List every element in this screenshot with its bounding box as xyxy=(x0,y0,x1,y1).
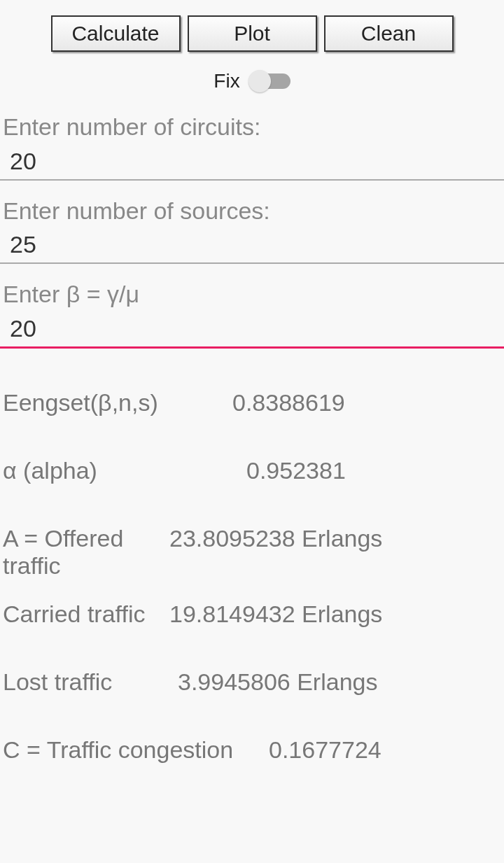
sources-group: Enter number of sources: xyxy=(0,190,504,272)
eengset-label: Eengset(β,n,s) xyxy=(3,389,169,416)
button-row: Calculate Plot Clean xyxy=(0,0,504,57)
alpha-row: α (alpha) 0.952381 xyxy=(0,457,504,484)
congestion-label: C = Traffic congestion xyxy=(3,736,269,764)
sources-input[interactable] xyxy=(0,227,504,264)
offered-value: 23.8095238 Erlangs xyxy=(169,525,501,552)
fix-label: Fix xyxy=(214,70,239,92)
carried-row: Carried traffic 19.8149432 Erlangs xyxy=(0,601,504,628)
lost-row: Lost traffic 3.9945806 Erlangs xyxy=(0,668,504,696)
beta-label: Enter β = γ/μ xyxy=(0,274,504,311)
beta-group: Enter β = γ/μ xyxy=(0,274,504,356)
carried-label: Carried traffic xyxy=(3,601,169,628)
offered-label: A = Offered traffic xyxy=(3,525,169,580)
alpha-value: 0.952381 xyxy=(169,457,501,484)
eengset-row: Eengset(β,n,s) 0.8388619 xyxy=(0,389,504,416)
carried-value: 19.8149432 Erlangs xyxy=(169,601,501,628)
circuits-input[interactable] xyxy=(0,143,504,181)
lost-value: 3.9945806 Erlangs xyxy=(169,668,501,696)
eengset-value: 0.8388619 xyxy=(169,389,501,416)
plot-button[interactable]: Plot xyxy=(188,15,317,52)
sources-label: Enter number of sources: xyxy=(0,190,504,227)
fix-toggle[interactable] xyxy=(248,71,290,91)
congestion-value: 0.1677724 xyxy=(269,736,501,764)
circuits-label: Enter number of circuits: xyxy=(0,106,504,143)
clean-button[interactable]: Clean xyxy=(324,15,454,52)
toggle-thumb xyxy=(248,70,271,92)
beta-input[interactable] xyxy=(0,311,504,349)
offered-row: A = Offered traffic 23.8095238 Erlangs xyxy=(0,525,504,580)
circuits-group: Enter number of circuits: xyxy=(0,106,504,188)
calculate-button[interactable]: Calculate xyxy=(51,15,181,52)
results-section: Eengset(β,n,s) 0.8388619 α (alpha) 0.952… xyxy=(0,358,504,764)
congestion-row: C = Traffic congestion 0.1677724 xyxy=(0,736,504,764)
fix-row: Fix xyxy=(0,57,504,106)
alpha-label: α (alpha) xyxy=(3,457,169,484)
lost-label: Lost traffic xyxy=(3,668,169,696)
